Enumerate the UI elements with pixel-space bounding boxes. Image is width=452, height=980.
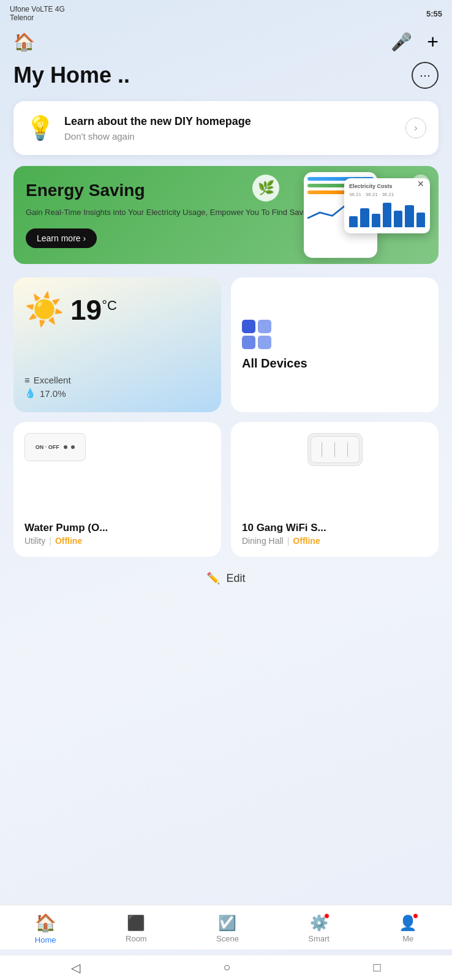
- grid-row-1: ☀️ 19°C ≡ Excellent 💧 17.0%: [13, 277, 439, 412]
- info-card-subtitle[interactable]: Don't show again: [64, 131, 396, 141]
- pump-switch-image: ON · OFF: [24, 433, 86, 461]
- main-content: My Home .. ⋯ 💡 Learn about the new DIY h…: [0, 62, 452, 706]
- nav-item-home[interactable]: 🏠 Home: [35, 913, 56, 944]
- scene-tab-icon: ☑️: [218, 914, 236, 931]
- info-card-title: Learn about the new DIY homepage: [64, 115, 396, 129]
- all-devices-label: All Devices: [242, 356, 307, 371]
- info-card-icon: 💡: [26, 115, 55, 141]
- devices-icon: [242, 320, 271, 349]
- energy-banner[interactable]: Energy Saving Gain Real-Time Insights in…: [13, 166, 439, 264]
- icon-sq-2: [258, 320, 271, 333]
- temperature: 19°C: [70, 293, 117, 326]
- home-tab-icon: 🏠: [35, 913, 56, 932]
- weather-humidity: 💧 17.0%: [24, 388, 210, 399]
- status-bar: Ufone VoLTE 4G Telenor 5:55: [0, 0, 452, 24]
- scene-tab-label: Scene: [216, 934, 239, 943]
- nav-item-me[interactable]: 👤 Me: [399, 914, 417, 943]
- info-card-arrow[interactable]: ›: [405, 118, 426, 138]
- page-title: My Home ..: [13, 62, 130, 88]
- weather-top: ☀️ 19°C: [24, 291, 210, 328]
- add-icon[interactable]: +: [427, 31, 439, 53]
- more-button[interactable]: ⋯: [412, 62, 439, 89]
- home-button[interactable]: ○: [223, 960, 230, 975]
- me-badge: [413, 913, 418, 919]
- me-tab-label: Me: [402, 934, 413, 943]
- status-carrier: Ufone VoLTE 4G Telenor: [10, 5, 65, 22]
- home-tab-label: Home: [35, 935, 56, 944]
- recent-button[interactable]: □: [373, 960, 380, 975]
- more-icon: ⋯: [420, 69, 431, 82]
- water-pump-status: Offline: [55, 536, 82, 546]
- weather-condition: ≡ Excellent: [24, 375, 210, 385]
- wifi-card[interactable]: 10 Gang WiFi S... Dining Hall | Offline: [231, 422, 439, 557]
- edit-button[interactable]: ✏️ Edit: [194, 567, 257, 590]
- water-pump-name: Water Pump (O...: [24, 522, 210, 534]
- mic-icon[interactable]: 🎤: [391, 32, 412, 52]
- smart-badge: [324, 913, 330, 919]
- wifi-device-name: 10 Gang WiFi S...: [242, 522, 428, 534]
- edit-label: Edit: [226, 572, 245, 585]
- temp-unit: °C: [102, 298, 117, 313]
- room-tab-label: Room: [126, 934, 147, 943]
- nav-item-scene[interactable]: ☑️ Scene: [216, 914, 239, 943]
- wifi-status: Offline: [293, 536, 320, 546]
- grid-row-2: ON · OFF Water Pump (O... Utility | Offl…: [13, 422, 439, 557]
- bottom-nav: 🏠 Home ⬛ Room ☑️ Scene ⚙️ Smart 👤: [0, 905, 452, 949]
- icon-sq-3: [242, 336, 255, 349]
- all-devices-card[interactable]: All Devices: [231, 277, 439, 412]
- water-pump-meta: Utility | Offline: [24, 536, 210, 546]
- water-pump-card[interactable]: ON · OFF Water Pump (O... Utility | Offl…: [13, 422, 221, 557]
- info-card-text: Learn about the new DIY homepage Don't s…: [64, 115, 396, 141]
- icon-sq-4: [258, 336, 271, 349]
- nav-items: 🏠 Home ⬛ Room ☑️ Scene ⚙️ Smart 👤: [0, 913, 452, 944]
- smart-tab-label: Smart: [308, 934, 330, 943]
- nav-item-smart[interactable]: ⚙️ Smart: [308, 914, 330, 943]
- page-title-row: My Home .. ⋯: [13, 62, 439, 89]
- icon-sq-1: [242, 320, 255, 333]
- wifi-switch-image: [307, 433, 363, 466]
- learn-more-button[interactable]: Learn more ›: [26, 228, 97, 248]
- system-nav: ◁ ○ □: [0, 955, 452, 980]
- top-nav: 🏠 🎤 +: [0, 24, 452, 62]
- edit-icon: ✏️: [206, 571, 220, 585]
- wifi-device-meta: Dining Hall | Offline: [242, 536, 428, 546]
- weather-bottom: ≡ Excellent 💧 17.0%: [24, 368, 210, 399]
- weather-card: ☀️ 19°C ≡ Excellent 💧 17.0%: [13, 277, 221, 412]
- home-nav-icon[interactable]: 🏠: [13, 32, 35, 52]
- info-card[interactable]: 💡 Learn about the new DIY homepage Don't…: [13, 101, 439, 155]
- status-right: 5:55: [426, 9, 442, 18]
- nav-item-room[interactable]: ⬛ Room: [126, 914, 147, 943]
- room-tab-icon: ⬛: [127, 914, 145, 931]
- status-time: 5:55: [426, 9, 442, 18]
- edit-section: ✏️ Edit: [13, 567, 439, 590]
- sun-icon: ☀️: [24, 291, 64, 328]
- back-button[interactable]: ◁: [71, 960, 80, 975]
